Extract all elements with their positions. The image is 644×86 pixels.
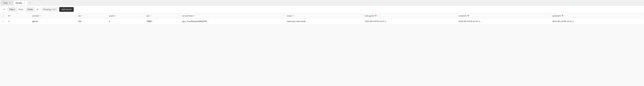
row-checkbox-cell bbox=[0, 18, 6, 24]
refresh-icon: ↻ bbox=[4, 8, 5, 10]
createdat-col-label: createdAt bbox=[458, 15, 466, 17]
header-row: id # provider A↑ uid A↑ bbox=[0, 13, 644, 18]
provider-col-label: provider bbox=[32, 15, 39, 17]
filters-label: Filters bbox=[9, 8, 15, 10]
all-label: All bbox=[36, 8, 38, 10]
uid-sort-icon: A↑ bbox=[81, 15, 83, 17]
tab-identity[interactable]: Identity ✕ bbox=[14, 1, 28, 5]
scope-col-label: scope bbox=[287, 15, 292, 17]
accesstoken-col-label: accessToken bbox=[182, 15, 193, 17]
cell-uid: 300 bbox=[76, 18, 107, 24]
header-accesstoken[interactable]: accessToken A? bbox=[180, 13, 285, 18]
user-type-icon: ↗ bbox=[150, 15, 152, 17]
tab-user-label: User bbox=[3, 2, 8, 4]
none-button[interactable]: None bbox=[16, 7, 24, 12]
tab-identity-label: Identity bbox=[16, 2, 22, 4]
showing-badge: Showing 1 of 1 bbox=[41, 7, 58, 12]
cell-lastloginat: 2023-06-14T20:14:47.1... bbox=[363, 18, 456, 24]
id-type-icon: # bbox=[10, 15, 11, 17]
cell-provider: github bbox=[30, 18, 76, 24]
userid-col-label: userId bbox=[109, 15, 114, 17]
header-id[interactable]: id # bbox=[6, 13, 30, 18]
header-uid[interactable]: uid A↑ bbox=[76, 13, 107, 18]
cell-id: 2 bbox=[6, 18, 30, 24]
updatedat-type-icon: 📅 bbox=[562, 15, 563, 17]
showing-label: Showing bbox=[43, 8, 51, 10]
table-container: id # provider A↑ uid A↑ bbox=[0, 13, 644, 24]
fields-group: Fields All bbox=[26, 7, 40, 12]
table-header: id # provider A↑ uid A↑ bbox=[0, 13, 644, 18]
lastloginat-col-label: lastLoginAt bbox=[365, 15, 374, 17]
row-checkbox[interactable] bbox=[2, 20, 4, 22]
add-record-label: Add record bbox=[62, 8, 72, 10]
data-table: id # provider A↑ uid A↑ bbox=[0, 13, 644, 24]
cell-accesstoken: gho_Frcn6D1peeWiBUDrB... bbox=[180, 18, 285, 24]
cell-createdat: 2023-06-14T20:14:47.1... bbox=[456, 18, 550, 24]
header-provider[interactable]: provider A↑ bbox=[30, 13, 76, 18]
userid-type-icon: # bbox=[115, 15, 116, 17]
cell-userid: 5 bbox=[107, 18, 144, 24]
table-row: 2 github 300 5 User gho_Frcn6D1peeWiBUDr… bbox=[0, 18, 644, 24]
header-lastloginat[interactable]: lastLoginAt 📅 bbox=[363, 13, 456, 18]
provider-sort-icon: A↑ bbox=[40, 15, 42, 17]
header-user[interactable]: user ↗ bbox=[144, 13, 180, 18]
none-label: None bbox=[18, 8, 23, 10]
tab-identity-close[interactable]: ✕ bbox=[23, 2, 26, 4]
fields-button[interactable]: Fields bbox=[26, 7, 35, 12]
add-tab-button[interactable]: + bbox=[28, 1, 32, 5]
filters-button[interactable]: Filters bbox=[8, 7, 16, 12]
header-createdat[interactable]: createdAt 📅 bbox=[456, 13, 550, 18]
accesstoken-sort-icon: A? bbox=[194, 15, 196, 17]
header-checkbox bbox=[0, 13, 6, 18]
cell-updatedat: 2023-06-14T20:14:47.1... bbox=[550, 18, 644, 24]
uid-col-label: uid bbox=[78, 15, 81, 17]
fields-label: Fields bbox=[28, 8, 33, 10]
table-body: 2 github 300 5 User gho_Frcn6D1peeWiBUDr… bbox=[0, 18, 644, 24]
header-updatedat[interactable]: updatedAt 📅 bbox=[550, 13, 644, 18]
select-all-checkbox[interactable] bbox=[2, 14, 4, 17]
header-scope[interactable]: scope A? bbox=[285, 13, 363, 18]
tab-user-close[interactable]: ✕ bbox=[8, 2, 11, 4]
cell-scope: read:user,user:email bbox=[285, 18, 363, 24]
add-record-button[interactable]: Add record bbox=[59, 7, 74, 12]
tab-user[interactable]: User ✕ bbox=[1, 1, 13, 5]
createdat-type-icon: 📅 bbox=[467, 15, 469, 17]
cell-user: User bbox=[144, 18, 180, 24]
filter-group: Filters None bbox=[8, 7, 25, 12]
user-col-label: user bbox=[146, 15, 150, 17]
all-button[interactable]: All bbox=[35, 7, 40, 12]
scope-sort-icon: A? bbox=[292, 15, 294, 17]
toolbar: ↻ Filters None Fields All Showing 1 of 1… bbox=[0, 6, 644, 13]
lastloginat-type-icon: 📅 bbox=[375, 15, 377, 17]
id-col-label: id bbox=[8, 15, 10, 17]
refresh-button[interactable]: ↻ bbox=[2, 7, 6, 12]
header-userid[interactable]: userId # bbox=[107, 13, 144, 18]
tab-bar: User ✕ Identity ✕ + bbox=[0, 0, 644, 6]
user-badge: User bbox=[146, 20, 152, 23]
updatedat-col-label: updatedAt bbox=[552, 15, 561, 17]
showing-value: 1 of 1 bbox=[51, 8, 56, 10]
